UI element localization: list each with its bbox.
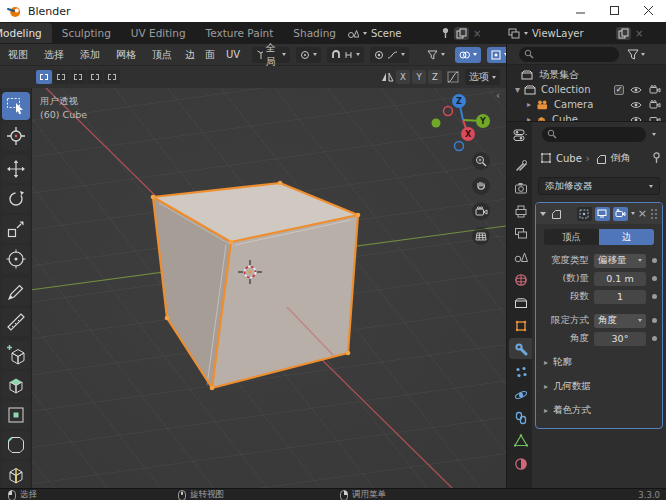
disclosure-triangle-icon[interactable]: ▸ <box>527 100 531 109</box>
close-button[interactable] <box>632 0 666 22</box>
menu-add[interactable]: 添加 <box>72 48 108 62</box>
mirror-y-button[interactable]: Y <box>412 70 426 84</box>
mirror-icon[interactable] <box>381 71 394 83</box>
tool-move[interactable] <box>2 155 30 183</box>
viewport-canvas[interactable]: 用户透视 (60) Cube ‹ Z Y X <box>0 88 506 488</box>
tool-annotate[interactable] <box>2 278 30 306</box>
edit-mode-toggle[interactable] <box>577 207 592 221</box>
menu-vertex[interactable]: 顶点 <box>144 48 180 62</box>
tool-transform[interactable] <box>2 245 30 273</box>
properties-search-input[interactable] <box>542 127 646 142</box>
pan-tool-button[interactable] <box>472 177 490 195</box>
render-visibility-icon[interactable] <box>649 85 661 94</box>
navigation-gizmo[interactable]: Z Y X <box>430 88 496 154</box>
profile-section[interactable]: ▸ 轮廓 <box>544 355 654 370</box>
shading-section[interactable]: ▸ 着色方式 <box>544 403 654 418</box>
tool-add-cube[interactable] <box>2 341 30 369</box>
transform-orientation-dropdown[interactable]: 全局 <box>252 47 290 63</box>
minimize-button[interactable] <box>564 0 598 22</box>
animate-dot[interactable] <box>652 294 657 299</box>
outliner-camera-row[interactable]: ▸ Camera <box>507 97 666 112</box>
tab-uv-editing[interactable]: UV Editing <box>121 23 196 43</box>
tool-inset-faces[interactable] <box>2 401 30 429</box>
outliner-search-input[interactable] <box>519 47 619 62</box>
animate-dot[interactable] <box>652 276 657 281</box>
affect-edges-tab[interactable]: 边 <box>599 229 654 245</box>
tool-cursor[interactable] <box>2 122 30 150</box>
eye-icon[interactable] <box>630 86 642 94</box>
tab-world[interactable] <box>509 269 532 290</box>
tab-collection[interactable] <box>509 292 532 313</box>
snap-falloff-icon[interactable] <box>447 71 459 83</box>
select-mode-intersect-button[interactable] <box>104 70 120 84</box>
tab-shading[interactable]: Shading <box>283 23 344 43</box>
delete-modifier-icon[interactable]: × <box>638 209 647 219</box>
orthographic-toggle-button[interactable] <box>472 227 490 245</box>
extras-dropdown-icon[interactable] <box>631 212 635 215</box>
outliner-scene-collection[interactable]: 场景集合 <box>507 67 666 82</box>
animate-dot[interactable] <box>652 318 657 323</box>
tab-object-data[interactable] <box>509 430 532 451</box>
outliner-collection-row[interactable]: ▾ Collection ✓ <box>507 82 666 97</box>
camera-view-button[interactable] <box>472 202 490 220</box>
new-scene-icon[interactable] <box>454 27 469 40</box>
tool-bevel[interactable] <box>2 431 30 459</box>
animate-dot[interactable] <box>652 336 657 341</box>
realtime-toggle[interactable] <box>595 207 610 221</box>
menu-face[interactable]: 面 <box>200 48 220 62</box>
tool-scale[interactable] <box>2 215 30 243</box>
show-gizmo-dropdown[interactable] <box>423 47 449 63</box>
render-visibility-icon[interactable] <box>649 100 661 109</box>
menu-uv[interactable]: UV <box>220 49 246 60</box>
tab-view-layer[interactable] <box>509 223 532 244</box>
expand-icon[interactable] <box>540 212 546 216</box>
disclosure-triangle-icon[interactable]: ▾ <box>515 84 520 95</box>
pivot-point-dropdown[interactable] <box>296 47 321 63</box>
tab-scene[interactable] <box>509 246 532 267</box>
zoom-tool-button[interactable] <box>472 152 490 170</box>
mirror-x-button[interactable]: X <box>396 70 410 84</box>
scene-selector[interactable]: Scene × <box>347 22 481 44</box>
affect-vertices-tab[interactable]: 顶点 <box>544 229 599 245</box>
tool-measure[interactable] <box>2 308 30 336</box>
select-mode-extend-button[interactable] <box>53 70 69 84</box>
amount-field[interactable]: 0.1 m <box>594 272 646 286</box>
proportional-editing-group[interactable] <box>370 47 409 63</box>
mirror-z-button[interactable]: Z <box>428 70 442 84</box>
geometry-section[interactable]: ▸ 几何数据 <box>544 379 654 394</box>
tab-object[interactable] <box>509 315 532 336</box>
tab-physics[interactable] <box>509 384 532 405</box>
tool-select-box[interactable] <box>2 92 30 120</box>
menu-view[interactable]: 视图 <box>0 48 36 62</box>
options-dropdown[interactable]: 选项 <box>465 69 500 85</box>
eye-icon[interactable] <box>630 101 642 109</box>
add-modifier-button[interactable]: 添加修改器 <box>538 177 660 195</box>
view-layer-selector[interactable]: ViewLayer × <box>508 22 643 44</box>
tab-output[interactable] <box>509 200 532 221</box>
collection-checkbox[interactable]: ✓ <box>614 85 624 95</box>
tool-loop-cut[interactable] <box>2 461 30 489</box>
drag-handle-icon[interactable] <box>650 208 658 220</box>
width-type-dropdown[interactable]: 偏移量 <box>594 254 646 268</box>
animate-dot[interactable] <box>652 258 657 263</box>
menu-select[interactable]: 选择 <box>36 48 72 62</box>
render-toggle[interactable] <box>613 207 628 221</box>
limit-method-dropdown[interactable]: 角度 <box>594 314 646 328</box>
tool-rotate[interactable] <box>2 185 30 213</box>
filter-icon[interactable] <box>627 49 639 60</box>
snapping-dropdown[interactable] <box>327 47 364 63</box>
tab-sculpting[interactable]: Sculpting <box>52 23 121 43</box>
select-mode-invert-button[interactable] <box>87 70 103 84</box>
sidebar-toggle-icon[interactable]: ‹ <box>496 90 500 101</box>
maximize-button[interactable] <box>598 0 632 22</box>
overlays-toggle[interactable] <box>455 47 481 63</box>
pin-icon[interactable] <box>441 27 450 39</box>
breadcrumb-object[interactable]: Cube <box>556 153 582 164</box>
angle-field[interactable]: 30° <box>594 332 646 346</box>
menu-edge[interactable]: 边 <box>180 48 200 62</box>
tab-tool[interactable] <box>509 154 532 175</box>
tab-render[interactable] <box>509 177 532 198</box>
editor-type-selector[interactable] <box>509 125 532 146</box>
unlink-scene-icon[interactable]: × <box>473 28 481 39</box>
segments-field[interactable]: 1 <box>594 290 646 304</box>
